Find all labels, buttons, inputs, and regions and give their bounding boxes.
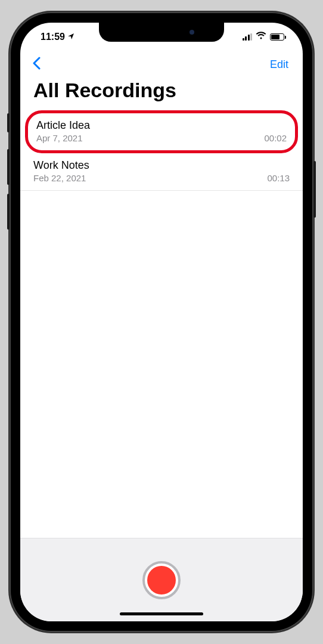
recording-title: Work Notes xyxy=(33,159,290,172)
record-toolbar xyxy=(20,538,303,621)
recording-row[interactable]: Article Idea Apr 7, 2021 00:02 xyxy=(25,110,298,153)
wifi-icon xyxy=(256,32,266,42)
volume-down-button[interactable] xyxy=(7,194,10,230)
back-button[interactable] xyxy=(30,56,41,73)
page-title: All Recordings xyxy=(20,78,303,112)
phone-screen: 11:59 Edit xyxy=(20,23,303,621)
location-icon xyxy=(67,32,74,42)
nav-bar: Edit xyxy=(20,51,303,78)
phone-frame: 11:59 Edit xyxy=(10,12,313,632)
home-indicator[interactable] xyxy=(120,612,203,615)
recording-duration: 00:13 xyxy=(267,173,290,183)
edit-button[interactable]: Edit xyxy=(270,58,293,71)
recording-duration: 00:02 xyxy=(264,133,287,143)
record-button[interactable] xyxy=(142,561,181,599)
record-icon xyxy=(147,566,176,595)
recording-date: Feb 22, 2021 xyxy=(33,173,86,183)
recording-title: Article Idea xyxy=(36,119,287,132)
silence-switch[interactable] xyxy=(7,113,10,132)
cellular-signal-icon xyxy=(243,33,253,41)
status-time: 11:59 xyxy=(41,32,65,42)
battery-icon xyxy=(270,33,286,41)
volume-up-button[interactable] xyxy=(7,149,10,185)
notch xyxy=(99,23,224,42)
recording-row[interactable]: Work Notes Feb 22, 2021 00:13 xyxy=(20,153,303,191)
recordings-list: Article Idea Apr 7, 2021 00:02 Work Note… xyxy=(20,112,303,538)
power-button[interactable] xyxy=(313,161,316,218)
recording-date: Apr 7, 2021 xyxy=(36,133,83,143)
